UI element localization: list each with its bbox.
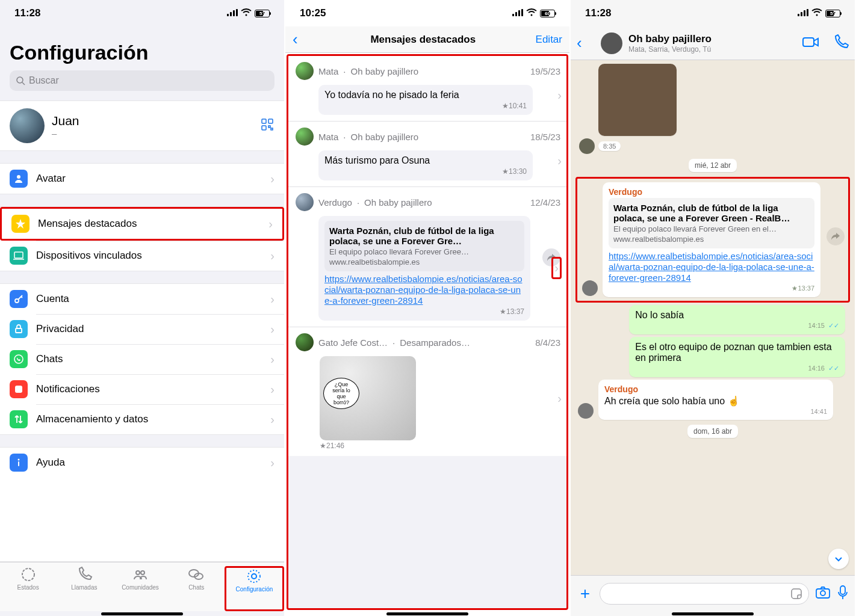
group-name: Oh baby pajillero <box>364 197 432 208</box>
message-date: 19/5/23 <box>530 66 560 76</box>
tab-status[interactable]: Estados <box>0 566 56 611</box>
chevron-right-icon: › <box>270 292 274 306</box>
voice-call-button[interactable] <box>833 34 849 52</box>
mic-button[interactable] <box>837 585 849 603</box>
attach-button[interactable]: + <box>577 584 594 603</box>
chevron-right-icon: › <box>270 172 274 186</box>
svg-rect-9 <box>262 126 266 130</box>
starred-item[interactable]: Gato Jefe Cost… · Desamparados… 8/4/23 ¿… <box>288 327 566 456</box>
row-label: Avatar <box>36 173 262 185</box>
scroll-down-button[interactable] <box>828 549 849 569</box>
notification-icon <box>10 380 28 398</box>
starred-item[interactable]: Verdugo · Oh baby pajillero 12/4/23 Wart… <box>288 186 566 327</box>
svg-point-29 <box>252 574 256 579</box>
linked-devices-row[interactable]: Dispositivos vinculados › <box>0 241 284 271</box>
edit-button[interactable]: Editar <box>536 34 562 46</box>
sticker-caption: ¿Que sería lo que borró? <box>323 378 359 409</box>
incoming-message[interactable]: Verdugo Ah creía que solo había uno ☝️ 1… <box>598 380 833 420</box>
chat-title[interactable]: Oh baby pajillero Mata, Sarria, Verdugo,… <box>628 33 796 54</box>
link-preview[interactable]: Warta Poznán, club de fútbol de la liga … <box>324 221 524 271</box>
avatar-icon <box>10 170 28 188</box>
row-label: Ayuda <box>36 457 262 469</box>
avatar-row[interactable]: Avatar › <box>0 164 284 194</box>
group-name: Desamparados… <box>400 337 470 348</box>
svg-point-22 <box>18 459 20 461</box>
message-text: Más turismo para Osuna <box>324 155 527 166</box>
account-row[interactable]: Cuenta › <box>0 284 284 314</box>
share-icon[interactable] <box>827 227 845 245</box>
wifi-icon <box>526 7 537 19</box>
outgoing-message[interactable]: Es el otro equipo de poznan que tambien … <box>629 337 845 377</box>
lock-icon <box>10 320 28 338</box>
svg-rect-45 <box>840 586 845 594</box>
qr-icon[interactable] <box>260 117 274 135</box>
info-icon <box>10 454 28 472</box>
status-bar: 10:25 60 <box>285 0 569 26</box>
message-time: 14:15 ✓✓ <box>635 322 839 330</box>
svg-point-12 <box>17 175 20 179</box>
chevron-right-icon: › <box>551 257 562 279</box>
incoming-message[interactable]: Verdugo Warta Poznán, club de fútbol de … <box>603 182 820 297</box>
notifications-row[interactable]: Notificaciones › <box>0 374 284 404</box>
video-call-button[interactable] <box>802 35 820 51</box>
svg-rect-3 <box>236 9 238 16</box>
svg-rect-7 <box>262 119 266 123</box>
starred-item[interactable]: Mata · Oh baby pajillero 19/5/23 Yo toda… <box>288 56 566 121</box>
home-indicator <box>0 611 284 616</box>
message-link[interactable]: https://www.realbetisbalompie.es/noticia… <box>609 251 814 283</box>
chats-row[interactable]: Chats › <box>0 344 284 374</box>
tab-chats[interactable]: Chats <box>169 566 225 611</box>
svg-point-5 <box>17 77 23 83</box>
chevron-right-icon: › <box>270 413 274 427</box>
sender-avatar <box>296 62 314 80</box>
sender-avatar <box>582 280 598 296</box>
camera-button[interactable] <box>815 586 831 602</box>
cellular-icon <box>512 7 523 19</box>
svg-rect-14 <box>14 252 23 258</box>
tab-communities[interactable]: Comunidades <box>112 566 168 611</box>
message-time: ★21:46 <box>320 442 560 450</box>
svg-point-25 <box>136 571 140 574</box>
message-bubble: Warta Poznán, club de fútbol de la liga … <box>318 216 530 321</box>
highlighted-message: Verdugo Warta Poznán, club de fútbol de … <box>575 177 850 303</box>
message-input[interactable] <box>600 583 809 605</box>
storage-row[interactable]: Almacenamiento y datos › <box>0 404 284 434</box>
outgoing-message[interactable]: No lo sabía 14:15 ✓✓ <box>629 305 845 334</box>
message-date: 8/4/23 <box>535 337 560 348</box>
privacy-row[interactable]: Privacidad › <box>0 314 284 344</box>
svg-line-18 <box>21 297 22 298</box>
svg-rect-0 <box>227 14 229 16</box>
group-avatar[interactable] <box>601 32 622 54</box>
starred-messages-row[interactable]: Mensajes destacados › <box>0 207 284 241</box>
back-button[interactable]: ‹ <box>577 34 595 52</box>
row-label: Cuenta <box>36 293 262 305</box>
svg-point-4 <box>246 14 247 16</box>
svg-point-40 <box>816 14 818 16</box>
laptop-icon <box>10 247 28 265</box>
svg-rect-37 <box>801 12 802 16</box>
tab-calls[interactable]: Llamadas <box>56 566 112 611</box>
profile-row[interactable]: Juan – <box>0 101 284 150</box>
sender-name: Mata <box>318 66 338 76</box>
message-time: ★13:30 <box>324 167 527 176</box>
svg-rect-23 <box>18 461 19 466</box>
svg-rect-11 <box>271 128 273 130</box>
chat-body[interactable]: 8:35 mié, 12 abr Verdugo Warta Poznán, c… <box>571 60 855 575</box>
starred-item[interactable]: Mata · Oh baby pajillero 18/5/23 Más tur… <box>288 121 566 186</box>
link-preview[interactable]: Warta Poznán, club de fútbol de la liga … <box>609 198 814 248</box>
sender-avatar <box>578 403 594 419</box>
message-link[interactable]: https://www.realbetisbalompie.es/noticia… <box>324 274 523 306</box>
tab-settings[interactable]: Configuración <box>225 566 284 611</box>
back-button[interactable]: ‹ <box>293 30 311 49</box>
sticker-image: ¿Que sería lo que borró? <box>320 356 416 440</box>
battery-icon: 60 <box>540 10 555 17</box>
clock: 11:28 <box>14 7 40 19</box>
image-message[interactable] <box>598 64 677 136</box>
arrows-icon <box>10 410 28 428</box>
preview-title: Warta Poznán, club de fútbol de la liga … <box>329 226 519 246</box>
search-input[interactable]: Buscar <box>10 70 274 91</box>
message-time: 8:35 <box>598 141 621 151</box>
svg-rect-21 <box>15 386 22 393</box>
sticker-icon[interactable] <box>790 588 802 602</box>
help-row[interactable]: Ayuda › <box>0 448 284 478</box>
